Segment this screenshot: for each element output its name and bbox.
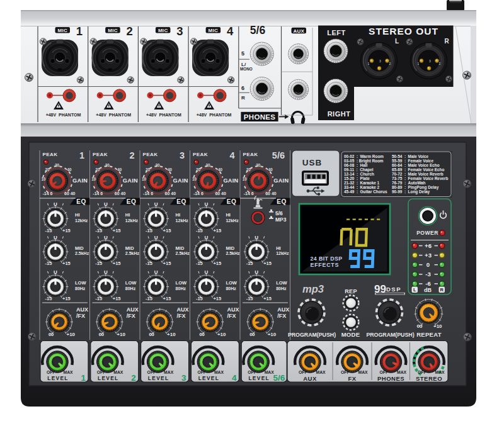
svg-text:6: 6 (241, 85, 244, 91)
svg-text:MAX: MAX (358, 370, 369, 374)
svg-text:MAX: MAX (164, 370, 174, 374)
svg-text:12kHz: 12kHz (276, 251, 289, 255)
svg-text:GAIN: GAIN (273, 177, 289, 184)
svg-text:80Hz: 80Hz (276, 286, 287, 291)
svg-text:-15: -15 (45, 228, 52, 233)
svg-text:1: 1 (368, 62, 370, 65)
svg-text:L: L (395, 38, 399, 45)
svg-text:-15: -15 (246, 296, 253, 301)
svg-text:60-64 : Male Voice Echo: 60-64 : Male Voice Echo (392, 163, 440, 167)
svg-text:LOW: LOW (226, 280, 237, 286)
svg-text:50-54 : Male Voice: 50-54 : Male Voice (392, 154, 429, 159)
svg-text:60 40: 60 40 (64, 191, 76, 196)
svg-text:2.5kHz: 2.5kHz (125, 251, 140, 255)
svg-text:PHONES: PHONES (244, 113, 275, 121)
svg-text:+10: +10 (268, 332, 277, 337)
svg-text:-14 6: -14 6 (43, 191, 53, 196)
svg-text:-15: -15 (146, 296, 152, 301)
svg-text:+10: +10 (117, 332, 125, 337)
svg-text:3: 3 (429, 59, 431, 63)
svg-text:EQ: EQ (176, 198, 186, 205)
svg-text:∞: ∞ (416, 321, 422, 330)
svg-text:+15: +15 (213, 296, 221, 301)
svg-text:OFF: OFF (248, 370, 256, 374)
svg-text:20: 20 (196, 167, 201, 172)
svg-text:∞: ∞ (49, 330, 54, 339)
svg-text:80Hz: 80Hz (75, 286, 86, 291)
svg-text:80Hz: 80Hz (226, 286, 236, 291)
svg-text:30: 30 (105, 163, 110, 167)
svg-text:OFF: OFF (97, 370, 106, 374)
svg-text:+15: +15 (163, 296, 171, 301)
svg-text:EQ: EQ (277, 198, 286, 205)
svg-text:3: 3 (180, 150, 185, 160)
svg-text:40: 40 (268, 167, 273, 172)
svg-text:HI: HI (176, 212, 181, 218)
svg-text:MID: MID (75, 245, 84, 251)
svg-text:+3: +3 (425, 252, 432, 259)
svg-text:RIGHT: RIGHT (328, 110, 351, 118)
svg-text:MIC: MIC (158, 28, 168, 33)
svg-text:2.5kHz: 2.5kHz (176, 251, 190, 255)
svg-text:MODE: MODE (341, 331, 360, 338)
svg-text:HI: HI (75, 212, 80, 218)
svg-text:2: 2 (439, 62, 441, 65)
svg-text:PROGRAM(PUSH): PROGRAM(PUSH) (288, 332, 336, 338)
svg-text:∞: ∞ (99, 330, 105, 339)
svg-text:-14 6: -14 6 (93, 191, 103, 196)
svg-text:60 40: 60 40 (115, 191, 126, 196)
svg-text:R: R (444, 38, 449, 45)
svg-text:STEREO: STEREO (416, 375, 442, 382)
svg-text:OFF: OFF (380, 370, 389, 374)
svg-text:USB: USB (302, 158, 323, 167)
svg-text:+10: +10 (217, 332, 226, 337)
svg-text:30: 30 (156, 163, 161, 167)
svg-text:MID: MID (125, 245, 134, 251)
svg-text:-14 6: -14 6 (143, 191, 153, 196)
svg-text:2: 2 (129, 150, 134, 160)
svg-text:OFF: OFF (299, 370, 307, 374)
svg-text:PHONES: PHONES (377, 375, 404, 382)
svg-text:∞: ∞ (149, 330, 155, 339)
svg-text:L: L (413, 287, 416, 293)
svg-text:AUX: AUX (277, 306, 289, 313)
svg-text:OFF: OFF (341, 370, 350, 374)
svg-text:2: 2 (389, 62, 391, 65)
svg-text:-15: -15 (95, 261, 102, 266)
svg-text:PEAK: PEAK (143, 152, 158, 157)
svg-text:12kHz: 12kHz (226, 218, 239, 223)
svg-text:5/6: 5/6 (275, 210, 283, 216)
svg-text:LEVEL: LEVEL (248, 375, 270, 381)
svg-text:+15: +15 (163, 261, 171, 266)
svg-text:-15: -15 (45, 296, 52, 301)
svg-text:MIC: MIC (58, 28, 68, 33)
svg-text:PEAK: PEAK (193, 152, 208, 157)
svg-text:LOW: LOW (276, 280, 287, 286)
svg-text:15-20 : Plate: 15-20 : Plate (344, 176, 370, 181)
svg-text:EQ: EQ (76, 198, 86, 205)
svg-text:-15: -15 (196, 261, 203, 266)
svg-text:-15: -15 (196, 228, 203, 233)
svg-text:+15: +15 (113, 228, 121, 233)
svg-text:20: 20 (246, 167, 251, 172)
svg-text:2: 2 (131, 373, 136, 383)
svg-text:MAX: MAX (435, 370, 445, 374)
svg-text:40: 40 (218, 167, 223, 172)
svg-text:+15: +15 (113, 296, 121, 301)
svg-text:+15: +15 (163, 228, 171, 233)
svg-text:mp3: mp3 (302, 283, 324, 295)
svg-text:AUX: AUX (127, 306, 139, 313)
svg-text:GAIN: GAIN (72, 177, 88, 184)
svg-text:2.5kHz: 2.5kHz (75, 251, 89, 255)
svg-text:R: R (440, 287, 444, 293)
svg-text:20: 20 (45, 167, 50, 172)
svg-text:12kHz: 12kHz (176, 218, 189, 223)
svg-text:OFF: OFF (47, 370, 55, 374)
svg-text:LEVEL: LEVEL (47, 375, 69, 381)
svg-text:dB: dB (424, 287, 432, 293)
svg-text:LEVEL: LEVEL (148, 375, 169, 381)
svg-text:MAX: MAX (214, 370, 224, 374)
svg-text:30: 30 (256, 163, 261, 167)
svg-text:+15: +15 (62, 228, 71, 233)
svg-text:70-72 : Male Voice Reverb: 70-72 : Male Voice Reverb (392, 172, 444, 176)
